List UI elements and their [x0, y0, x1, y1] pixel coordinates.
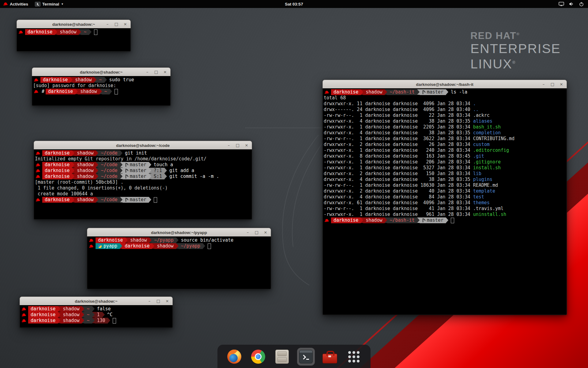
- minimize-button[interactable]: –: [145, 68, 149, 76]
- activities-label: Activities: [10, 2, 28, 6]
- git-branch-icon: [125, 174, 128, 178]
- window-titlebar[interactable]: darknoise@shadow:~/pyapp – □ ×: [87, 228, 271, 237]
- powerline-separator: [108, 318, 110, 323]
- redhat-icon: [325, 90, 329, 94]
- output-text: -rw-rw-r--. 1 darknoise darknoise 22 Jan…: [324, 113, 473, 118]
- window-titlebar[interactable]: darknoise@shadow:~ – □ ×: [32, 67, 171, 77]
- maximize-button[interactable]: □: [254, 228, 259, 236]
- dock-item-files[interactable]: [273, 348, 291, 366]
- close-button[interactable]: ×: [123, 20, 127, 28]
- terminal-line: darknoiseshadow~/bash-itmaster: [324, 217, 566, 223]
- dock-item-terminal[interactable]: [297, 348, 315, 366]
- close-button[interactable]: ×: [163, 68, 167, 76]
- prompt-segment-git: master: [420, 217, 446, 223]
- prompt-segment-host: shadow: [154, 243, 176, 249]
- powerline-separator: [176, 243, 179, 249]
- command-text: false: [97, 306, 111, 312]
- terminal-content[interactable]: darknoiseshadow~sudo true[sudo] password…: [32, 76, 171, 106]
- output-text: .gitignore: [473, 159, 501, 165]
- dock-item-toolbox[interactable]: [321, 348, 339, 366]
- output-text: lib: [473, 171, 481, 177]
- powerline-separator: [385, 89, 387, 95]
- terminal-content[interactable]: darknoiseshadow~: [17, 28, 131, 52]
- app-menu-terminal[interactable]: Terminal ▾: [32, 0, 66, 8]
- terminal-line: darknoiseshadow~/pyappsource bin/activat…: [88, 237, 270, 243]
- maximize-button[interactable]: □: [236, 141, 240, 149]
- redhat-icon: [19, 30, 23, 34]
- powerline-separator: [125, 237, 128, 243]
- redhat-icon: [36, 198, 40, 202]
- prompt-segment-host: shadow: [74, 150, 96, 156]
- window-title: darknoise@shadow:~/pyapp: [87, 230, 271, 235]
- prompt-segment-host: shadow: [363, 217, 385, 223]
- maximize-button[interactable]: □: [156, 297, 160, 305]
- maximize-button[interactable]: □: [550, 80, 555, 88]
- terminal-content[interactable]: darknoiseshadow~falsedarknoiseshadow~1^C…: [20, 305, 173, 328]
- dock-item-firefox[interactable]: [225, 348, 243, 366]
- terminal-line: -rw-rw-r--. 1 darknoise darknoise 41 Jan…: [324, 206, 566, 212]
- maximize-button[interactable]: □: [114, 20, 119, 28]
- output-text: drwxrwxr-x. 11 darknoise darknoise 4096 …: [324, 101, 473, 107]
- command-text: ls -la: [451, 89, 467, 95]
- system-status-area[interactable]: [559, 0, 588, 8]
- window-titlebar[interactable]: darknoise@shadow:~ – □ ×: [20, 297, 173, 306]
- terminal-line: pyappdarknoiseshadow~/pyapp: [88, 243, 270, 249]
- terminal-window-code: darknoise@shadow:~/code – □ × darknoises…: [34, 141, 252, 220]
- terminal-line: total 68: [324, 95, 566, 101]
- powerline-separator: [92, 306, 95, 312]
- window-titlebar[interactable]: darknoise@shadow:~/bash-it – □ ×: [322, 80, 567, 89]
- clock[interactable]: Sat 03:57: [285, 2, 303, 6]
- powerline-separator: [164, 168, 167, 173]
- output-text: -rwxrwxr-x. 1 darknoise darknoise 5327 J…: [324, 165, 473, 171]
- minimize-button[interactable]: –: [246, 228, 250, 236]
- output-text: #: [42, 89, 44, 94]
- close-button[interactable]: ×: [559, 80, 564, 88]
- redhat-icon: [22, 319, 26, 323]
- output-text: drwxrwxr-x. 8 darknoise darknoise 163 Ja…: [324, 153, 473, 159]
- window-titlebar[interactable]: darknoise@shadow:~/code – □ ×: [34, 141, 252, 150]
- maximize-button[interactable]: □: [154, 68, 158, 76]
- git-branch-icon: [125, 169, 128, 173]
- prompt-segment-user: darknoise: [96, 237, 125, 243]
- terminal-content[interactable]: darknoiseshadow~/pyappsource bin/activat…: [87, 236, 271, 289]
- powerline-separator: [96, 150, 98, 156]
- prompt-segment-path: ~/pyapp: [179, 243, 203, 249]
- terminal-window-pyapp: darknoise@shadow:~/pyapp – □ × darknoise…: [87, 228, 271, 289]
- dock-item-show-applications[interactable]: [345, 348, 363, 366]
- output-text: -rwxrwxr-x. 1 darknoise darknoise 961 Ja…: [324, 212, 473, 217]
- powerline-separator: [96, 197, 98, 202]
- prompt-segment-venv: pyapp: [96, 243, 120, 249]
- terminal-line: -rwxrwxr-x. 1 darknoise darknoise 240 Ja…: [324, 148, 566, 153]
- prompt-segment-user: darknoise: [42, 174, 72, 179]
- prompt-segment-git: master: [123, 168, 149, 174]
- prompt-segment-user: darknoise: [28, 318, 58, 324]
- minimize-button[interactable]: –: [105, 20, 110, 28]
- command-text: git add a: [169, 168, 194, 174]
- dock-item-chrome[interactable]: [249, 348, 267, 366]
- prompt-segment-user: darknoise: [42, 150, 72, 156]
- window-titlebar[interactable]: darknoise@shadow:~ – □ ×: [17, 20, 131, 29]
- terminal-line: drwxrwxr-x. 2 darknoise darknoise 40 Jan…: [324, 188, 566, 194]
- powerline-separator: [72, 174, 74, 179]
- output-text: drwxrwxr-x. 61 darknoise darknoise 4096 …: [324, 200, 473, 206]
- powerline-separator: [72, 150, 74, 156]
- terminal-content[interactable]: darknoiseshadow~/codegit initInitialized…: [34, 149, 252, 220]
- terminal-line: -rw-rw-r--. 1 darknoise darknoise 18630 …: [324, 182, 566, 188]
- output-text: [sudo] password for darknoise:: [33, 83, 116, 89]
- prompt-segment-host: shadow: [74, 197, 96, 203]
- prompt-segment-path: ~/code: [98, 162, 120, 168]
- powerline-separator: [96, 162, 98, 167]
- terminal-cursor: [451, 218, 454, 223]
- minimize-button[interactable]: –: [147, 297, 152, 305]
- prompt-segment-user: darknoise: [331, 217, 361, 223]
- powerline-separator: [120, 150, 123, 156]
- close-button[interactable]: ×: [165, 297, 169, 305]
- terminal-content[interactable]: darknoiseshadow~/bash-itmasterls -latota…: [322, 88, 567, 315]
- powerline-separator: [75, 89, 78, 94]
- activities-button[interactable]: Activities: [0, 0, 32, 8]
- close-button[interactable]: ×: [263, 228, 268, 236]
- close-button[interactable]: ×: [244, 141, 249, 149]
- prompt-segment-user: darknoise: [28, 306, 58, 312]
- minimize-button[interactable]: –: [227, 141, 231, 149]
- minimize-button[interactable]: –: [541, 80, 546, 88]
